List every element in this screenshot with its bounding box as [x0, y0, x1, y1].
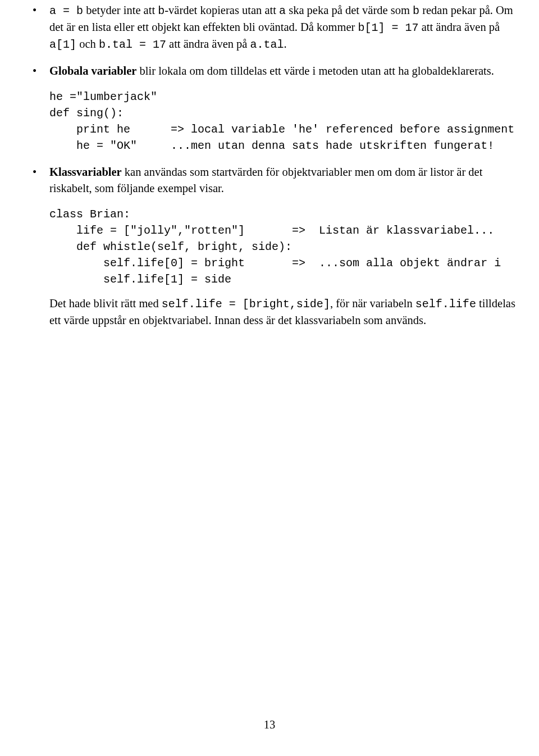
text: betyder inte att	[83, 4, 158, 16]
code-inline: self.life	[415, 298, 476, 311]
bold-text: Globala variabler	[49, 65, 136, 77]
code-inline: b	[158, 4, 165, 17]
code-inline: b	[413, 4, 419, 17]
text: blir lokala om dom tilldelas ett värde i…	[136, 65, 494, 77]
code-inline: a.tal	[250, 38, 284, 51]
text: och	[76, 38, 99, 50]
bullet-list: a = b betyder inte att b-värdet kopieras…	[0, 2, 539, 329]
code-inline: b[1] = 17	[358, 21, 419, 34]
text: ska peka på det värde som	[286, 4, 413, 16]
code-inline: a[1]	[49, 38, 76, 51]
text: att ändra även på	[166, 38, 250, 50]
bullet-item-2: Globala variabler blir lokala om dom til…	[49, 63, 521, 154]
code-inline: self.life = [bright,side]	[162, 298, 330, 311]
text: -värdet kopieras utan att	[165, 4, 279, 16]
code-block: class Brian: life = ["jolly","rotten"] =…	[49, 206, 521, 288]
code-inline: a	[279, 4, 286, 17]
bold-text: Klassvariabler	[49, 166, 122, 178]
text: att ändra även på	[419, 21, 500, 33]
page-number: 13	[0, 717, 539, 734]
text: .	[284, 38, 287, 50]
code-block: he ="lumberjack" def sing(): print he =>…	[49, 89, 521, 154]
text: Det hade blivit rätt med	[49, 297, 162, 309]
paragraph: Det hade blivit rätt med self.life = [br…	[49, 295, 521, 329]
text: , för när variabeln	[330, 297, 415, 309]
code-inline: a = b	[49, 4, 83, 17]
bullet-item-3: Klassvariabler kan användas som startvär…	[49, 164, 521, 329]
code-inline: b.tal = 17	[99, 38, 166, 51]
bullet-item-1: a = b betyder inte att b-värdet kopieras…	[49, 2, 521, 53]
